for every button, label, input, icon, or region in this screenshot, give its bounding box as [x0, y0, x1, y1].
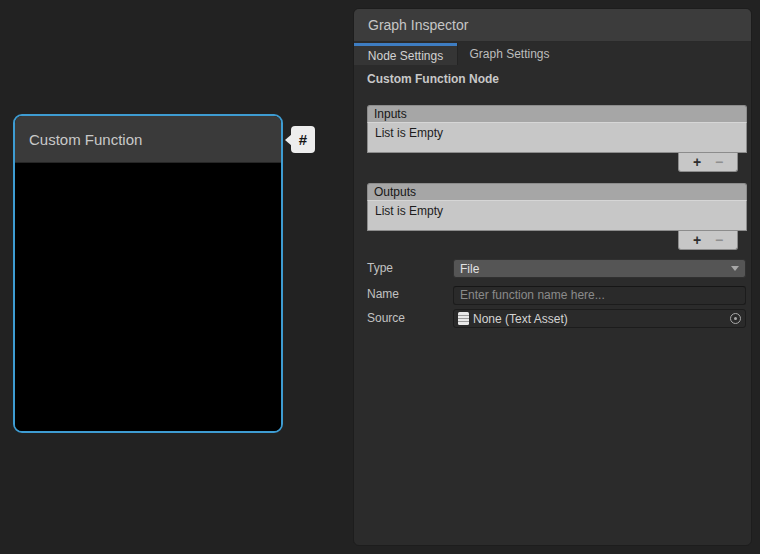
inputs-remove-button[interactable]: − — [715, 154, 723, 171]
type-row: Type File — [367, 259, 744, 278]
inputs-list-empty: List is Empty — [367, 122, 747, 153]
shader-graph-window: Custom Function # Graph Inspector Node S… — [0, 0, 760, 554]
type-label: Type — [367, 261, 393, 275]
outputs-list-header[interactable]: Outputs — [367, 183, 747, 200]
source-object-field[interactable]: None (Text Asset) — [453, 309, 746, 328]
type-dropdown-value: File — [460, 262, 479, 276]
section-title: Custom Function Node — [367, 72, 499, 86]
inputs-list-header[interactable]: Inputs — [367, 105, 747, 122]
type-dropdown[interactable]: File — [453, 259, 746, 278]
inputs-add-button[interactable]: + — [693, 154, 701, 171]
inspector-tabs: Node Settings Graph Settings — [354, 43, 751, 65]
node-body[interactable] — [15, 163, 281, 433]
text-asset-icon — [458, 312, 469, 325]
inputs-list-footer: + − — [678, 153, 738, 172]
outputs-list-footer: + − — [678, 231, 738, 250]
graph-inspector-panel: Graph Inspector Node Settings Graph Sett… — [353, 8, 752, 546]
badge-tail-icon — [285, 134, 292, 146]
inputs-list: Inputs List is Empty + − — [367, 105, 747, 153]
outputs-add-button[interactable]: + — [693, 232, 701, 249]
source-row: Source None (Text Asset) — [367, 309, 744, 328]
tab-graph-settings[interactable]: Graph Settings — [457, 43, 561, 65]
name-label: Name — [367, 287, 399, 301]
node-title-bar[interactable]: Custom Function — [15, 116, 281, 163]
chevron-down-icon — [731, 266, 739, 271]
custom-function-node[interactable]: Custom Function — [13, 114, 283, 433]
function-name-input[interactable] — [453, 286, 746, 305]
source-object-value: None (Text Asset) — [473, 312, 568, 326]
outputs-list-empty: List is Empty — [367, 200, 747, 231]
tab-node-settings[interactable]: Node Settings — [354, 43, 457, 65]
source-label: Source — [367, 311, 405, 325]
outputs-list: Outputs List is Empty + − — [367, 183, 747, 231]
precision-badge[interactable]: # — [291, 126, 315, 153]
object-picker-icon[interactable] — [730, 313, 741, 324]
panel-title[interactable]: Graph Inspector — [354, 9, 751, 42]
name-row: Name — [367, 285, 744, 304]
outputs-remove-button[interactable]: − — [715, 232, 723, 249]
